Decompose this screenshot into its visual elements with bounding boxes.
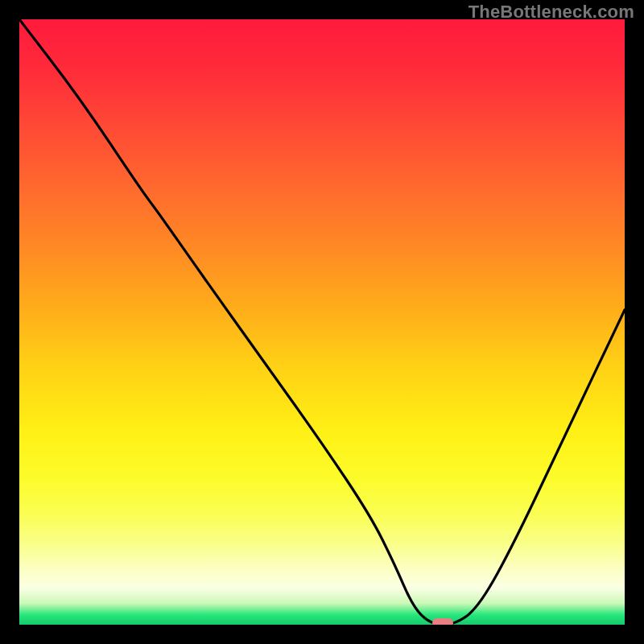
watermark-text: TheBottleneck.com <box>469 2 634 23</box>
bottleneck-curve <box>19 19 625 625</box>
chart-stage: TheBottleneck.com <box>0 0 644 644</box>
optimum-marker <box>432 618 453 625</box>
plot-area <box>19 19 625 625</box>
curve-svg <box>19 19 625 625</box>
